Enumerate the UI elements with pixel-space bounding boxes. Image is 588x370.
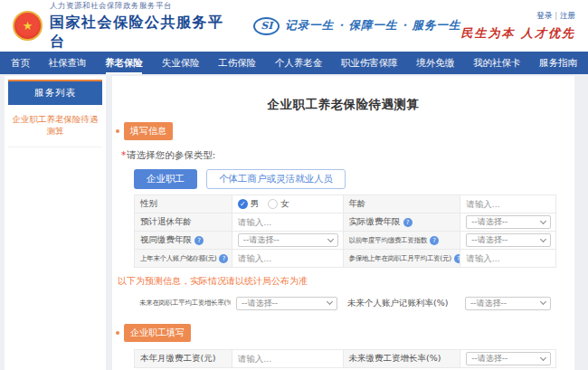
insurance-type-label: 请选择您的参保类型: [127, 149, 215, 160]
insurance-type-label-row: *请选择您的参保类型: [121, 149, 574, 162]
header-right: 登录|注册 民生为本 人才优先 [460, 11, 575, 42]
current-month-wage-input[interactable] [238, 354, 343, 364]
future-wage-growth-label: 未来在岗职工平均工资增长率(%) [134, 295, 231, 311]
radio-female[interactable]: 女 [268, 198, 289, 210]
future-account-rate-select[interactable]: --请选择-- [465, 297, 551, 310]
wage-index-select[interactable]: --请选择-- [466, 233, 551, 247]
radio-male[interactable]: ✓男 [238, 198, 260, 210]
deemed-years-value-cell: --请选择-- [232, 232, 343, 249]
star-icon: ★ [23, 20, 33, 32]
nav-item-query[interactable]: 社保查询 [49, 52, 87, 74]
retire-age-input[interactable] [238, 217, 343, 227]
table-row: 视同缴费年限? --请选择-- 以前年度平均缴费工资指数? --请选择-- [135, 232, 555, 250]
nav-item-pension[interactable]: 养老保险 [105, 52, 143, 74]
nav-item-overseas[interactable]: 境外免缴 [416, 52, 454, 74]
help-icon[interactable]: ? [194, 236, 204, 245]
account-balance-label-cell: 上年末个人账户储存额(元)? [135, 250, 232, 267]
gender-value-cell: ✓男 女 [232, 195, 343, 213]
chevron-down-icon [540, 354, 546, 360]
sidebar-title: 服务列表 [8, 80, 102, 105]
login-link[interactable]: 登录 [536, 11, 552, 20]
nav-item-personal-pension[interactable]: 个人养老金 [275, 52, 323, 74]
actual-years-select[interactable]: --请选择-- [466, 215, 551, 229]
retire-age-value-cell [232, 213, 343, 231]
wage-index-value-cell: --请选择-- [460, 232, 555, 249]
account-balance-input[interactable] [238, 253, 343, 263]
age-value-cell [460, 195, 555, 213]
nav-item-guide[interactable]: 服务指南 [539, 52, 577, 74]
table-row: 本年月缴费工资(元) 未来缴费工资增长率(%) --请选择-- [135, 350, 555, 368]
table-row: 预计退休年龄 实际缴费年限? --请选择-- [135, 213, 555, 232]
future-pay-growth-select[interactable]: --请选择-- [466, 352, 551, 365]
section-badge-fill-info: 填写信息 [124, 122, 173, 140]
chevron-down-icon [540, 299, 546, 305]
future-row: 未来在岗职工平均工资增长率(%) --请选择-- 未来个人账户记账利率(%) -… [134, 295, 556, 311]
nav-item-card[interactable]: 我的社保卡 [473, 52, 521, 74]
current-month-wage-cell [232, 350, 343, 367]
future-account-rate-cell: --请选择-- [460, 295, 555, 311]
section-enterprise-fill: 企业职工填写 [116, 324, 574, 342]
help-icon[interactable]: ? [219, 254, 228, 263]
ministry-subtitle: 人力资源和社会保障政务服务平台 [50, 1, 232, 12]
deemed-years-select[interactable]: --请选择-- [238, 233, 338, 247]
tab-enterprise-employee[interactable]: 企业职工 [134, 169, 197, 189]
help-icon[interactable]: ? [403, 218, 413, 227]
local-avg-wage-label-cell: 参保地上年在岗职工月平均工资(元)? [343, 250, 460, 267]
page-body: 服务列表 企业职工养老保险待遇测算 企业职工养老保险待遇测算 填写信息 *请选择… [0, 74, 588, 370]
site-header: ★ 人力资源和社会保障政务服务平台 国家社会保险公共服务平台 SI 记录一生 ·… [0, 0, 588, 52]
main-panel: 企业职工养老保险待遇测算 填写信息 *请选择您的参保类型: 企业职工 个体工商户… [112, 76, 574, 370]
insurance-type-tabs: 企业职工 个体工商户或灵活就业人员 [134, 169, 574, 189]
service-sidebar: 服务列表 企业职工养老保险待遇测算 [5, 76, 106, 370]
deemed-years-label-cell: 视同缴费年限? [135, 232, 232, 249]
tab-flexible-employment[interactable]: 个体工商户或灵活就业人员 [206, 169, 346, 189]
nav-item-home[interactable]: 首页 [11, 52, 30, 74]
future-account-rate-label: 未来个人账户记账利率(%) [342, 295, 460, 311]
local-avg-wage-input[interactable] [466, 253, 555, 263]
current-month-wage-label: 本年月缴费工资(元) [135, 350, 232, 367]
enterprise-form-table: 本年月缴费工资(元) 未来缴费工资增长率(%) --请选择-- [134, 349, 556, 368]
slogan-text: 记录一生 · 保障一生 · 服务一生 [285, 18, 460, 33]
age-input[interactable] [466, 199, 555, 209]
actual-years-value-cell: --请选择-- [460, 213, 555, 231]
chevron-down-icon [540, 217, 546, 223]
future-wage-growth-cell: --请选择-- [231, 295, 342, 311]
future-wage-growth-select[interactable]: --请选择-- [236, 297, 337, 310]
radio-checked-icon: ✓ [238, 199, 248, 209]
required-asterisk: * [121, 149, 126, 160]
account-balance-value-cell [232, 250, 343, 267]
nav-item-occupational[interactable]: 职业伤害保障 [341, 52, 398, 74]
bullet-dot-icon [116, 331, 119, 335]
form-table: 性别 ✓男 女 年龄 预计退休年龄 实际缴费年限? --请选择-- [134, 194, 556, 268]
gender-radio-group: ✓男 女 [238, 198, 289, 210]
motto-calligraphy: 民生为本 人才优先 [460, 25, 575, 42]
main-nav: 首页 社保查询 养老保险 失业保险 工伤保险 个人养老金 职业伤害保障 境外免缴… [0, 52, 588, 74]
gender-label: 性别 [135, 195, 232, 213]
radio-unchecked-icon [268, 199, 278, 209]
future-pay-growth-label: 未来缴费工资增长率(%) [343, 350, 460, 367]
sidebar-item-pension-calc[interactable]: 企业职工养老保险待遇测算 [8, 105, 102, 147]
local-avg-wage-value-cell [460, 250, 555, 267]
forecast-note: 以下为预测信息，实际情况请以统计局公布为准 [118, 275, 574, 288]
nav-item-injury[interactable]: 工伤保险 [218, 52, 256, 74]
chevron-down-icon [327, 299, 333, 305]
auth-links: 登录|注册 [536, 11, 575, 22]
future-pay-growth-cell: --请选择-- [460, 350, 555, 367]
chevron-down-icon [327, 235, 333, 242]
section-fill-info: 填写信息 [116, 122, 574, 140]
help-icon[interactable]: ? [430, 236, 439, 245]
nav-item-unemployment[interactable]: 失业保险 [162, 52, 200, 74]
site-title-block: 人力资源和社会保障政务服务平台 国家社会保险公共服务平台 [50, 1, 232, 52]
register-link[interactable]: 注册 [560, 11, 575, 20]
site-title: 国家社会保险公共服务平台 [50, 14, 232, 52]
wage-index-label-cell: 以前年度平均缴费工资指数? [343, 232, 460, 249]
slogan-block: SI 记录一生 · 保障一生 · 服务一生 [253, 17, 460, 35]
actual-years-label-cell: 实际缴费年限? [343, 213, 460, 231]
section-badge-enterprise-fill: 企业职工填写 [124, 324, 191, 342]
table-row: 上年末个人账户储存额(元)? 参保地上年在岗职工月平均工资(元)? [135, 250, 555, 268]
retire-age-label: 预计退休年龄 [135, 213, 232, 231]
si-logo: SI [253, 17, 280, 35]
national-emblem-logo: ★ [13, 11, 43, 41]
chevron-down-icon [540, 235, 546, 242]
page-title: 企业职工养老保险待遇测算 [112, 76, 574, 113]
bullet-dot-icon [116, 129, 119, 133]
